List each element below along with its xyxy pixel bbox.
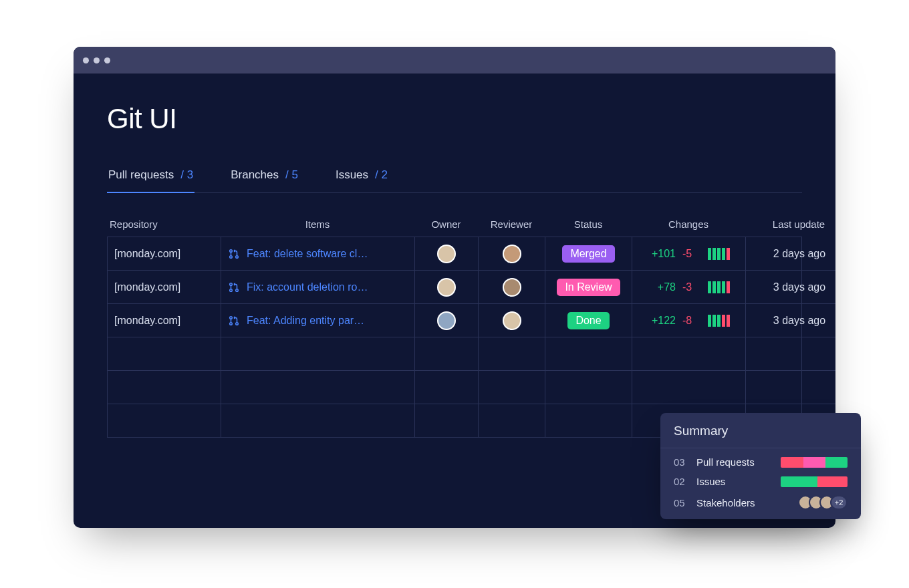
tab-count: / 3 (180, 168, 193, 182)
cell-changes: +78-3 (632, 271, 746, 304)
cell-owner[interactable] (415, 237, 479, 271)
diff-bars (708, 281, 730, 293)
col-last-update: Last update (745, 212, 835, 237)
tab-branches[interactable]: Branches / 5 (229, 162, 299, 192)
window-maximize-icon[interactable] (104, 57, 110, 63)
cell-reviewer[interactable] (479, 237, 545, 271)
table-row[interactable]: [monday.com]Fix: account deletion ro…In … (108, 271, 801, 304)
col-owner: Owner (414, 212, 478, 237)
status-badge: Merged (562, 245, 614, 263)
col-reviewer: Reviewer (478, 212, 545, 237)
col-status: Status (545, 212, 632, 237)
pull-request-icon (228, 281, 240, 293)
avatar (503, 245, 521, 263)
empty-cell (545, 337, 632, 371)
cell-changes: +122-8 (632, 304, 746, 337)
table-row[interactable]: [monday.com]Feat: Adding entity par…Done… (108, 304, 801, 337)
summary-label: Issues (696, 476, 774, 487)
empty-cell (479, 337, 545, 371)
tab-label: Pull requests (108, 168, 174, 182)
table-header: Repository Items Owner Reviewer Status C… (107, 212, 802, 237)
col-changes: Changes (632, 212, 745, 237)
empty-cell (545, 404, 632, 438)
avatar (437, 278, 456, 297)
deletions: -5 (682, 248, 701, 260)
empty-cell (479, 404, 545, 438)
empty-cell (415, 337, 479, 371)
summary-bar (781, 457, 848, 468)
tab-label: Branches (231, 168, 279, 182)
table-row (108, 337, 801, 371)
tab-count: / 5 (285, 168, 298, 182)
svg-point-1 (230, 255, 233, 258)
svg-point-7 (230, 322, 233, 325)
empty-cell (221, 371, 415, 404)
summary-row: 02Issues (660, 468, 861, 487)
summary-row: 05Stakeholders+2 (660, 487, 861, 510)
tabs: Pull requests / 3 Branches / 5 Issues / … (107, 162, 802, 193)
table-row (108, 371, 801, 404)
cell-repository: [monday.com] (108, 304, 221, 337)
status-badge: In Review (557, 279, 620, 296)
summary-count: 02 (674, 476, 690, 487)
tab-issues[interactable]: Issues / 2 (334, 162, 389, 192)
empty-cell (632, 337, 746, 371)
summary-panel: Summary 03Pull requests02Issues05Stakeho… (660, 413, 861, 519)
summary-label: Pull requests (696, 456, 774, 468)
avatar-overflow[interactable]: +2 (830, 495, 848, 510)
deletions: -8 (682, 315, 701, 327)
item-title: Fix: account deletion ro… (247, 281, 368, 293)
window-controls[interactable] (83, 57, 110, 63)
summary-bar (781, 476, 848, 487)
table-row[interactable]: [monday.com]Feat: delete software cl…Mer… (108, 237, 801, 271)
empty-cell (108, 371, 221, 404)
avatar (437, 311, 456, 330)
cell-last-update: 3 days ago (746, 304, 835, 337)
summary-title: Summary (660, 413, 861, 448)
cell-owner[interactable] (415, 304, 479, 337)
empty-cell (221, 404, 415, 438)
cell-item[interactable]: Feat: Adding entity par… (221, 304, 415, 337)
cell-last-update: 2 days ago (746, 237, 835, 271)
svg-point-4 (230, 289, 233, 291)
cell-reviewer[interactable] (479, 271, 545, 304)
window-titlebar (74, 47, 835, 74)
status-badge: Done (567, 312, 609, 329)
stakeholders-avatars[interactable]: +2 (798, 495, 848, 510)
diff-bars (708, 248, 730, 260)
empty-cell (415, 404, 479, 438)
cell-owner[interactable] (415, 271, 479, 304)
cell-repository: [monday.com] (108, 237, 221, 271)
cell-status: Merged (545, 237, 632, 271)
cell-item[interactable]: Fix: account deletion ro… (221, 271, 415, 304)
window-close-icon[interactable] (83, 57, 89, 63)
avatar (503, 311, 521, 330)
svg-point-6 (230, 316, 233, 319)
summary-count: 03 (674, 456, 690, 468)
svg-point-2 (236, 255, 239, 258)
window-minimize-icon[interactable] (94, 57, 100, 63)
empty-cell (108, 337, 221, 371)
summary-row: 03Pull requests (660, 448, 861, 468)
empty-cell (746, 337, 835, 371)
svg-point-0 (230, 249, 233, 252)
cell-status: In Review (545, 271, 632, 304)
empty-cell (108, 404, 221, 438)
col-repository: Repository (107, 212, 221, 237)
additions: +78 (648, 281, 676, 293)
cell-item[interactable]: Feat: delete software cl… (221, 237, 415, 271)
empty-cell (746, 371, 835, 404)
additions: +101 (648, 248, 676, 260)
svg-point-3 (230, 283, 233, 285)
empty-cell (479, 371, 545, 404)
svg-point-5 (236, 289, 239, 291)
empty-cell (632, 371, 746, 404)
cell-changes: +101-5 (632, 237, 746, 271)
cell-reviewer[interactable] (479, 304, 545, 337)
diff-bars (708, 315, 730, 327)
pull-requests-table: Repository Items Owner Reviewer Status C… (107, 212, 802, 438)
empty-cell (545, 371, 632, 404)
page-title: Git UI (107, 103, 802, 135)
avatar (503, 278, 521, 297)
tab-pull-requests[interactable]: Pull requests / 3 (107, 162, 194, 192)
